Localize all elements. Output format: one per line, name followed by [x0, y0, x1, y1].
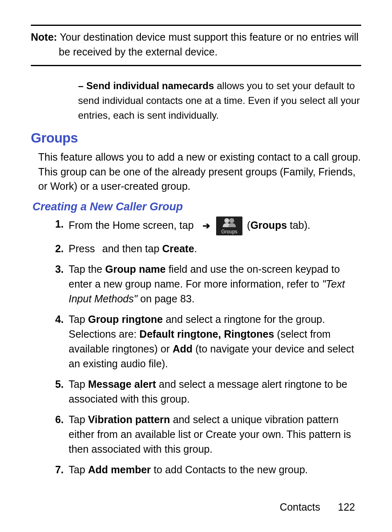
step-7: Tap Add member to add Contacts to the ne…: [43, 462, 361, 477]
section-intro: This feature allows you to add a new or …: [38, 150, 361, 194]
step7-end: to add Contacts to the new group.: [151, 464, 308, 475]
step2-pre: Press: [69, 243, 98, 254]
bullet-bold: Send individual namecards: [86, 80, 214, 91]
note-text: Your destination device must support thi…: [59, 31, 359, 58]
step-1: From the Home screen, tap ➔ Groups (Grou…: [43, 216, 361, 235]
step2-mid: and then tap: [102, 243, 162, 254]
groups-icon-label: Groups: [216, 229, 242, 234]
step5-pre: Tap: [69, 378, 88, 390]
step3-pre: Tap the: [69, 263, 105, 275]
step4-bold2: Default ringtone, Ringtones: [139, 328, 274, 340]
step5-bold1: Message alert: [88, 378, 156, 390]
step3-end: on page 83.: [137, 293, 194, 304]
step1-tab-text: tab).: [287, 219, 310, 230]
step4-bold3: Add: [173, 343, 193, 355]
bullet-dash: –: [78, 80, 83, 91]
step6-pre: Tap: [69, 414, 88, 425]
section-heading-groups: Groups: [31, 130, 361, 146]
step7-pre: Tap: [69, 464, 88, 475]
step4-bold1: Group ringtone: [88, 313, 163, 325]
footer-page-number: 122: [338, 501, 355, 513]
bullet-item: – Send individual namecards allows you t…: [31, 78, 361, 123]
groups-icon: Groups: [216, 216, 242, 235]
step-5: Tap Message alert and select a message a…: [43, 377, 361, 406]
step1-groups-bold: Groups: [250, 219, 287, 230]
step2-create: Create: [162, 243, 194, 254]
step7-bold1: Add member: [88, 464, 151, 475]
step-4: Tap Group ringtone and select a ringtone…: [43, 312, 361, 371]
svg-point-2: [224, 218, 229, 223]
note-label: Note:: [31, 31, 57, 43]
step6-bold1: Vibration pattern: [88, 414, 170, 425]
step4-pre: Tap: [69, 313, 88, 325]
step-6: Tap Vibration pattern and select a uniqu…: [43, 412, 361, 456]
note-block: Note: Your destination device must suppo…: [31, 25, 361, 66]
step2-end: .: [194, 243, 197, 254]
svg-point-3: [229, 218, 234, 223]
arrow-icon: ➔: [203, 221, 210, 231]
steps-list: From the Home screen, tap ➔ Groups (Grou…: [43, 216, 361, 477]
subsection-heading: Creating a New Caller Group: [32, 200, 361, 213]
step-3: Tap the Group name field and use the on-…: [43, 262, 361, 306]
page-footer: Contacts 122: [280, 501, 355, 513]
step3-bold1: Group name: [105, 263, 166, 275]
step1-pre: From the Home screen, tap: [69, 219, 196, 230]
step-2: Press and then tap Create.: [43, 241, 361, 256]
footer-section: Contacts: [280, 501, 321, 513]
